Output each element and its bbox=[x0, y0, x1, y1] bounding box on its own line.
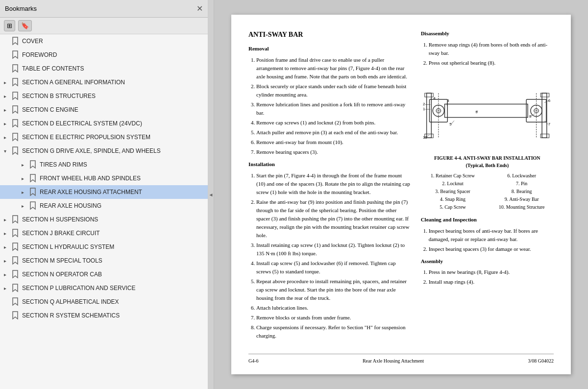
tree-item-sec-l[interactable]: ▸SECTION L HYDRAULIC SYSTEM bbox=[0, 240, 208, 254]
removal-list: Position frame and final drive case to e… bbox=[256, 56, 411, 157]
legend-item: 10. Mounting Structure bbox=[490, 203, 554, 211]
tree-item-sec-e[interactable]: ▸SECTION E ELECTRIC PROPULSION SYSTEM bbox=[0, 130, 208, 144]
document-page: ANTI-SWAY BAR Removal Position frame and… bbox=[231, 15, 571, 374]
tree-item-sec-j[interactable]: ▸SECTION J BRAKE CIRCUIT bbox=[0, 226, 208, 240]
svg-text:7: 7 bbox=[548, 122, 550, 126]
tree-item-sec-m[interactable]: ▸SECTION M SPECIAL TOOLS bbox=[0, 254, 208, 267]
tree-item-rear-axle[interactable]: ▸REAR AXLE HOUSING bbox=[0, 199, 208, 213]
disassembly-heading: Disassembly bbox=[421, 29, 554, 38]
bookmark-icon bbox=[12, 229, 20, 238]
tree-item-label: FOREWORD bbox=[22, 51, 57, 58]
bookmark-icon bbox=[12, 215, 20, 224]
list-item: Position frame and final drive case to e… bbox=[256, 56, 411, 81]
expand-arrow-icon[interactable]: ▸ bbox=[4, 121, 11, 126]
toolbar-btn-2[interactable]: 🔖 bbox=[18, 20, 32, 31]
bookmarks-title: Bookmarks bbox=[5, 5, 37, 12]
bookmark-icon bbox=[12, 50, 20, 59]
bookmark-icon bbox=[12, 256, 20, 265]
grid-icon: ⊞ bbox=[7, 22, 12, 29]
tree-container[interactable]: COVER FOREWORD TABLE OF CONTENTS▸SECTION… bbox=[0, 34, 208, 389]
tree-item-sec-b[interactable]: ▸SECTION B STRUCTURES bbox=[0, 89, 208, 103]
bookmark-icon bbox=[12, 311, 20, 320]
toolbar-btn-1[interactable]: ⊞ bbox=[4, 20, 15, 31]
footer-center: Rear Axle Housing Attachment bbox=[363, 357, 424, 365]
svg-text:4: 4 bbox=[433, 96, 436, 100]
svg-text:2: 2 bbox=[423, 102, 425, 106]
close-button[interactable]: ✕ bbox=[196, 5, 203, 13]
bookmark-icon bbox=[12, 64, 20, 73]
collapse-arrow-icon: ◄ bbox=[209, 192, 214, 197]
bookmark-icon bbox=[12, 78, 20, 87]
tree-item-sec-p[interactable]: ▸SECTION P LUBRICATION AND SERVICE bbox=[0, 281, 208, 295]
svg-text:6: 6 bbox=[548, 98, 550, 102]
list-item: Remove cap screws (1) and locknut (2) fr… bbox=[256, 119, 411, 127]
list-item: Remove anti-sway bar from mount (10). bbox=[256, 138, 411, 146]
expand-arrow-icon[interactable]: ▸ bbox=[22, 176, 28, 181]
expand-arrow-icon[interactable]: ▸ bbox=[4, 231, 11, 236]
expand-arrow-icon[interactable]: ▸ bbox=[4, 272, 11, 277]
tree-item-sec-q[interactable]: SECTION Q ALPHABETICAL INDEX bbox=[0, 295, 208, 309]
tree-item-label: SECTION J BRAKE CIRCUIT bbox=[22, 230, 100, 237]
tree-item-sec-g[interactable]: ▾SECTION G DRIVE AXLE, SPINDLE, AND WHEE… bbox=[0, 144, 208, 158]
legend-item: 2. Locknut bbox=[421, 180, 485, 187]
tree-item-label: TIRES AND RIMS bbox=[40, 161, 87, 168]
svg-text:10: 10 bbox=[423, 135, 427, 140]
bookmarks-panel: Bookmarks ✕ ⊞ 🔖 COVER FOREWORD TABLE OF … bbox=[0, 0, 208, 389]
list-item: Remove lubrication lines and position a … bbox=[256, 100, 411, 117]
bookmark-icon bbox=[12, 270, 20, 279]
tree-item-sec-h[interactable]: ▸SECTION H SUSPENSIONS bbox=[0, 213, 208, 226]
footer-right: 3/08 G04022 bbox=[528, 357, 554, 365]
list-item: Install cap screw (5) and lockwasher (6)… bbox=[256, 259, 411, 276]
tree-item-rear-axle-attach[interactable]: ▸REAR AXLE HOUSING ATTACHMENT bbox=[0, 185, 208, 199]
expand-arrow-icon[interactable]: ▸ bbox=[4, 94, 11, 99]
list-item: Block securely or place stands under eac… bbox=[256, 82, 411, 99]
list-item: Attach lubrication lines. bbox=[256, 304, 411, 312]
tree-item-sec-c[interactable]: ▸SECTION C ENGINE bbox=[0, 103, 208, 117]
anti-sway-bar-figure: 1 2 3 4 5 6 7 8 bbox=[421, 72, 554, 150]
expand-arrow-icon[interactable]: ▸ bbox=[22, 162, 28, 168]
expand-arrow-icon[interactable]: ▸ bbox=[4, 258, 11, 264]
collapse-panel-handle[interactable]: ◄ bbox=[208, 0, 214, 389]
installation-list: Start the pin (7, Figure 4-4) in through… bbox=[256, 171, 411, 340]
list-item: Press in new bearings (8, Figure 4-4). bbox=[429, 268, 554, 276]
list-item: Charge suspensions if necessary. Refer t… bbox=[256, 323, 411, 340]
list-item: Repeat above procedure to install remain… bbox=[256, 277, 411, 302]
document-panel[interactable]: ANTI-SWAY BAR Removal Position frame and… bbox=[214, 0, 588, 389]
bookmark-icon bbox=[29, 174, 37, 183]
list-item: Remove snap rings (4) from bores of both… bbox=[429, 41, 554, 57]
tree-item-label: REAR AXLE HOUSING ATTACHMENT bbox=[40, 189, 142, 195]
tree-item-sec-d[interactable]: ▸SECTION D ELECTRICAL SYSTEM (24VDC) bbox=[0, 117, 208, 130]
bookmark-icon bbox=[12, 297, 20, 306]
expand-arrow-icon[interactable]: ▸ bbox=[4, 244, 11, 250]
cleaning-heading: Cleaning and Inspection bbox=[421, 216, 554, 224]
list-item: Raise the anti-sway bar (9) into positio… bbox=[256, 198, 411, 240]
tree-item-label: SECTION D ELECTRICAL SYSTEM (24VDC) bbox=[22, 120, 142, 127]
expand-arrow-icon[interactable]: ▸ bbox=[22, 203, 28, 209]
expand-arrow-icon[interactable]: ▸ bbox=[4, 107, 11, 113]
toolbar: ⊞ 🔖 bbox=[0, 18, 208, 34]
tree-item-tires[interactable]: ▸TIRES AND RIMS bbox=[0, 158, 208, 171]
tree-item-label: SECTION G DRIVE AXLE, SPINDLE, AND WHEEL… bbox=[22, 147, 161, 154]
expand-arrow-icon[interactable]: ▸ bbox=[4, 217, 11, 222]
tree-item-sec-a[interactable]: ▸SECTION A GENERAL INFORMATION bbox=[0, 75, 208, 89]
tree-item-sec-r[interactable]: SECTION R SYSTEM SCHEMATICS bbox=[0, 309, 208, 322]
expand-arrow-icon[interactable]: ▸ bbox=[4, 135, 11, 140]
bookmark-icon bbox=[29, 201, 37, 210]
figure-caption: FIGURE 4-4. ANTI-SWAY BAR INSTALLATION (… bbox=[421, 154, 554, 169]
tree-item-toc[interactable]: TABLE OF CONTENTS bbox=[0, 62, 208, 75]
tree-item-label: SECTION Q ALPHABETICAL INDEX bbox=[22, 298, 119, 305]
expand-arrow-icon[interactable]: ▾ bbox=[4, 148, 11, 154]
tree-item-sec-n[interactable]: ▸SECTION N OPERATOR CAB bbox=[0, 267, 208, 281]
legend-item: 1. Retainer Cap Screw bbox=[421, 172, 485, 179]
expand-arrow-icon[interactable]: ▸ bbox=[4, 286, 11, 291]
expand-arrow-icon[interactable]: ▸ bbox=[4, 80, 11, 85]
list-item: Press out spherical bearing (8). bbox=[429, 59, 554, 67]
expand-arrow-icon[interactable]: ▸ bbox=[22, 190, 28, 195]
tree-item-cover[interactable]: COVER bbox=[0, 34, 208, 48]
svg-rect-7 bbox=[426, 93, 431, 138]
tree-item-front-hub[interactable]: ▸FRONT WHEEL HUB AND SPINDLES bbox=[0, 171, 208, 185]
bookmark-icon bbox=[12, 92, 20, 100]
tree-item-foreword[interactable]: FOREWORD bbox=[0, 48, 208, 62]
legend-item: 6. Lockwasher bbox=[490, 172, 554, 179]
page-footer: G4-6 Rear Axle Housing Attachment 3/08 G… bbox=[248, 354, 554, 365]
